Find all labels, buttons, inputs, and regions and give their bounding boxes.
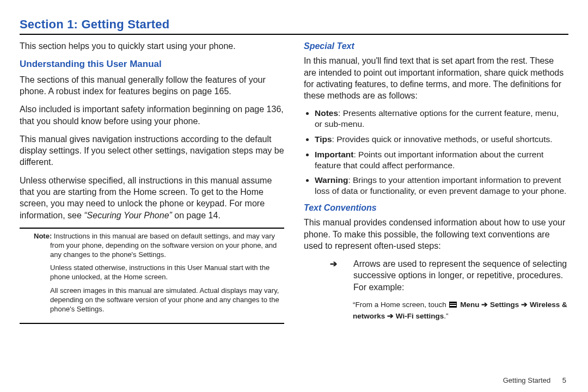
menu-icon xyxy=(449,302,457,308)
note-label: Note: xyxy=(34,232,52,240)
arrow-definition-row: ➔ Arrows are used to represent the seque… xyxy=(304,258,568,293)
example-wifi: Wi-Fi settings xyxy=(396,312,444,320)
para-home-screen: Unless otherwise specified, all instruct… xyxy=(20,175,284,221)
title-rule xyxy=(20,34,568,35)
bullet-important: Important: Points out important informat… xyxy=(315,149,568,171)
term-notes: Notes xyxy=(315,108,338,118)
heading-understanding: Understanding this User Manual xyxy=(20,58,284,71)
two-column-layout: This section helps you to quickly start … xyxy=(20,40,568,327)
text-warning: : Brings to your attention important inf… xyxy=(315,175,566,195)
manual-page: Section 1: Getting Started This section … xyxy=(0,0,588,392)
note-2: Unless stated otherwise, instructions in… xyxy=(26,264,281,282)
example-arrow-3: ➔ xyxy=(385,312,396,320)
note-1-text: Instructions in this manual are based on… xyxy=(50,232,277,259)
example-arrow-2: ➔ xyxy=(519,301,530,309)
para-features-index: The sections of this manual generally fo… xyxy=(20,74,284,97)
note-3: All screen images in this manual are sim… xyxy=(26,286,281,314)
text-conventions-para: This manual provides condensed informati… xyxy=(304,217,568,252)
term-tips: Tips xyxy=(315,134,332,144)
footer-section: Getting Started xyxy=(503,376,550,384)
note-rule-bottom xyxy=(20,323,284,324)
para-safety-info: Also included is important safety inform… xyxy=(20,103,284,127)
page-footer: Getting Started 5 xyxy=(503,376,566,384)
text-tips: : Provides quick or innovative methods, … xyxy=(332,134,553,144)
arrow-definition-text: Arrows are used to represent the sequenc… xyxy=(353,258,568,293)
note-block: Note: Instructions in this manual are ba… xyxy=(20,232,284,320)
text-notes: : Presents alternative options for the c… xyxy=(315,108,559,128)
para-navigation: This manual gives navigation instruction… xyxy=(20,133,284,168)
bullet-warning: Warning: Brings to your attention import… xyxy=(315,175,568,197)
section-title: Section 1: Getting Started xyxy=(20,17,568,32)
example-arrow-1: ➔ xyxy=(480,301,491,309)
special-text-para: In this manual, you'll find text that is… xyxy=(304,55,568,101)
term-warning: Warning xyxy=(315,175,348,185)
example-a: “From a Home screen, touch xyxy=(353,301,449,309)
footer-page-number: 5 xyxy=(562,376,566,384)
bullet-notes: Notes: Presents alternative options for … xyxy=(315,108,568,130)
term-important: Important xyxy=(315,150,353,159)
example-end: .” xyxy=(444,312,448,320)
heading-text-conventions: Text Conventions xyxy=(304,202,568,213)
left-column: This section helps you to quickly start … xyxy=(20,40,284,327)
note-rule-top xyxy=(20,228,284,229)
note-1: Note: Instructions in this manual are ba… xyxy=(26,232,281,260)
intro-paragraph: This section helps you to quickly start … xyxy=(20,40,284,52)
example-sequence: “From a Home screen, touch Menu ➔ Settin… xyxy=(304,299,568,322)
example-menu: Menu xyxy=(460,301,479,309)
right-column: Special Text In this manual, you'll find… xyxy=(304,40,568,327)
para-home-b: on page 14. xyxy=(172,211,220,220)
bullet-tips: Tips: Provides quick or innovative metho… xyxy=(315,134,568,145)
para-home-em: “Securing Your Phone” xyxy=(84,211,172,220)
arrow-symbol: ➔ xyxy=(304,258,337,293)
example-settings: Settings xyxy=(490,301,519,309)
heading-special-text: Special Text xyxy=(304,40,568,52)
special-text-list: Notes: Presents alternative options for … xyxy=(304,108,568,197)
